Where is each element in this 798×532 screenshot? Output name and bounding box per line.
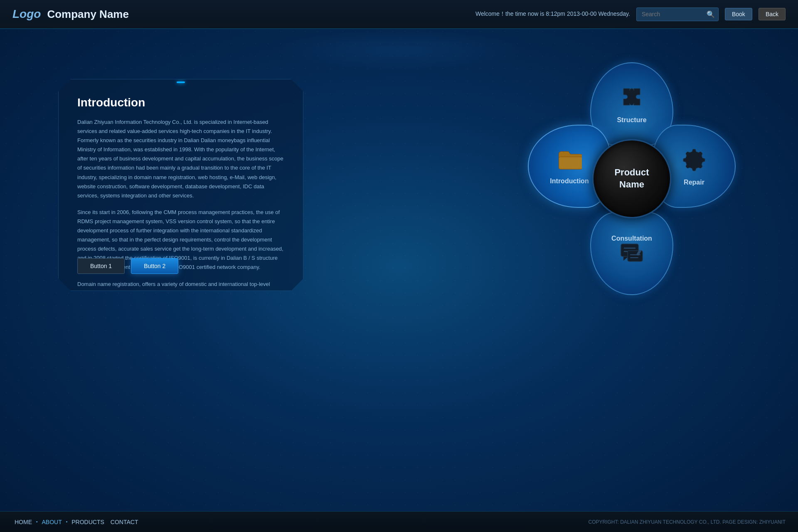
button-1[interactable]: Button 1: [77, 258, 125, 274]
intro-paragraph-1: Dalian Zhiyuan Information Technology Co…: [77, 118, 284, 200]
search-container: 🔍: [636, 7, 719, 21]
intro-title: Introduction: [77, 96, 284, 109]
center-circle[interactable]: Product Name: [592, 139, 671, 218]
svg-rect-9: [559, 157, 582, 169]
footer-nav-about[interactable]: ABOUT: [40, 519, 64, 525]
footer-nav: HOME • ABOUT • PRODUCTS CONTACT: [12, 519, 140, 525]
button-2[interactable]: Button 2: [131, 258, 178, 274]
header-right: Welcome！the time now is 8:12pm 2013-00-0…: [475, 7, 786, 21]
footer-nav-contact[interactable]: CONTACT: [108, 519, 140, 525]
puzzle-icon: [619, 84, 644, 114]
logo: Logo: [12, 7, 41, 21]
info-panel: Introduction Dalian Zhiyuan Information …: [58, 79, 303, 291]
search-button[interactable]: 🔍: [703, 8, 718, 21]
gear-icon: [682, 147, 707, 177]
book-button[interactable]: Book: [725, 8, 752, 20]
product-name-text: Product Name: [614, 167, 649, 190]
structure-label: Structure: [617, 116, 646, 124]
main-content: Introduction Dalian Zhiyuan Information …: [0, 29, 798, 511]
intro-paragraph-3: Domain name registration, offers a varie…: [77, 280, 284, 316]
company-name: Company Name: [47, 8, 129, 21]
search-input[interactable]: [637, 8, 703, 20]
consultation-label: Consultation: [611, 235, 652, 242]
back-button[interactable]: Back: [759, 8, 786, 20]
header: Logo Company Name Welcome！the time now i…: [0, 0, 798, 29]
footer-copyright: COPYRIGHT: DALIAN ZHIYUAN TECHNOLOGY CO.…: [588, 519, 786, 525]
footer: HOME • ABOUT • PRODUCTS CONTACT COPYRIGH…: [0, 511, 798, 532]
header-left: Logo Company Name: [12, 7, 129, 21]
chat-icon: [619, 242, 644, 270]
welcome-text: Welcome！the time now is 8:12pm 2013-00-0…: [475, 10, 630, 18]
footer-dot-2: •: [66, 520, 68, 524]
footer-nav-products[interactable]: PRODUCTS: [69, 519, 106, 525]
folder-icon: [557, 148, 582, 175]
repair-label: Repair: [684, 179, 704, 186]
panel-buttons: Button 1 Button 2: [77, 258, 178, 274]
petal-consultation[interactable]: Consultation: [590, 212, 673, 295]
diagram-container: Structure Repair Consultation: [528, 62, 736, 295]
introduction-label: Introduction: [550, 177, 589, 185]
footer-nav-home[interactable]: HOME: [12, 519, 34, 525]
footer-dot-1: •: [36, 520, 38, 524]
